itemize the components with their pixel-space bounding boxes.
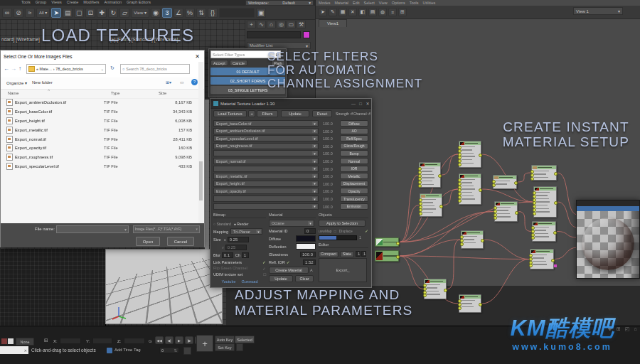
update-button[interactable]: Update [281,110,309,117]
cancel-button[interactable]: Cancel [167,237,194,246]
mtl-update-button[interactable]: Update [269,275,293,282]
slate-menu-material[interactable]: Material [335,1,349,5]
filter-accept-button[interactable]: Accept [210,60,228,66]
spinner-snap-icon[interactable]: ⇅ [196,8,206,18]
sme-show-background-icon[interactable]: ◍ [378,8,387,16]
export-name-field[interactable]: Export_ [319,258,367,282]
link-parameters-checkbox[interactable]: ✓ [262,259,266,264]
material-preview-window[interactable] [576,200,640,279]
texture-file-dropdown[interactable]: Export_specularLevel.tif▾ [213,135,319,141]
file-row[interactable]: Export_baseColor.tifTIF File34,343 KB [1,107,198,117]
select-and-move-icon[interactable]: ✚ [97,8,107,18]
render-setup-icon[interactable]: ▣ [256,8,266,18]
mapping-dropdown[interactable]: Tri-Planar▾ [230,228,262,235]
scrollbar-thumb[interactable] [199,161,203,200]
udim-checkbox[interactable]: □ [263,272,266,277]
slate-menu-utilities[interactable]: Utilities [423,1,436,5]
glossiness-field[interactable]: 100.0 [300,252,316,257]
input-socket[interactable] [492,183,496,187]
use-center-icon[interactable]: ◉ [151,8,161,18]
renderer-dropdown[interactable]: Octane▾ [269,220,314,227]
named-sets-icon[interactable]: {} [208,8,218,18]
go-to-start-icon[interactable]: ◀◀ [155,336,164,344]
maximize-icon[interactable]: □ [357,100,364,107]
output-socket[interactable] [481,239,484,242]
viewport-top-wireframe[interactable] [0,249,106,326]
standard-radio[interactable]: ○ Standard [213,222,231,226]
material-node-d3[interactable] [532,221,556,242]
material-node-b4[interactable] [459,294,481,313]
input-socket[interactable] [458,163,462,166]
slate-menu-view[interactable]: View [379,1,388,5]
sme-pick-material-icon[interactable]: ✎ [329,8,337,16]
size-v-field[interactable]: 0.25 [225,245,247,250]
previous-frame-icon[interactable]: ◀| [165,336,174,344]
reset-channel-icon[interactable]: ↺ [368,112,370,116]
texture-file-dropdown[interactable]: Export_normal.tif▾ [213,158,319,164]
displace-checkbox[interactable]: ✓ [365,228,368,233]
channel-button-refl-spec[interactable]: Refl/Spec [340,135,368,141]
auto-key-button[interactable]: Auto Key [215,336,235,343]
channel-button-diffuse[interactable]: Diffuse [340,120,368,127]
sme-layout-all-icon[interactable]: ≡ [388,8,397,16]
material-node-d1[interactable] [531,165,557,181]
utilities-tab-icon[interactable]: ⚒ [297,21,306,28]
output-socket[interactable] [396,242,400,245]
next-frame-icon[interactable]: |▶ [185,336,193,344]
menu-item-create[interactable]: Create [67,0,79,4]
menu-item-graph-editors[interactable]: Graph Editors [127,0,151,4]
slate-view-selector[interactable]: View 1 ▾ [573,7,623,15]
file-row[interactable]: Export_specularLevel.tifTIF File433 KB [1,162,198,171]
sme-hide-unused-slots-icon[interactable]: ▤ [368,8,377,16]
material-node-g2[interactable] [375,250,399,262]
create-tab-icon[interactable]: + [247,21,256,28]
input-socket[interactable] [418,184,422,188]
material-node-b2[interactable] [420,193,442,217]
ch-field[interactable]: 1 [242,252,249,258]
select-and-rotate-icon[interactable]: ↻ [108,8,118,18]
add-time-tag[interactable]: Add Time Tag [114,348,141,352]
texture-file-dropdown[interactable]: ▾ [213,196,319,202]
object-name-field[interactable] [247,31,301,38]
strength-value[interactable]: 100.0 [323,205,333,209]
add-key-button[interactable]: + [196,335,213,352]
bind-to-space-warp-icon[interactable]: ≈ [25,8,35,18]
named-set-field[interactable] [219,8,255,18]
key-filters-icon[interactable] [236,343,243,351]
preview-pane-icon[interactable]: ▭ [180,80,184,85]
menu-item-views[interactable]: Views [51,0,62,4]
texture-file-dropdown[interactable]: ▾ [213,166,319,172]
material-node-c1[interactable] [459,141,481,168]
size-u-field[interactable]: 0.25 [228,237,249,242]
channel-button-ior[interactable]: IOR [340,166,368,172]
z-coordinate-field[interactable] [124,338,145,344]
output-socket[interactable] [551,259,555,262]
filters-button[interactable]: Filters [257,110,278,117]
texture-file-dropdown[interactable]: Export_baseColor.tif▾ [213,120,319,127]
auto-toggle[interactable]: A [310,268,313,272]
reflection-color-swatch[interactable] [296,243,316,250]
material-node-g1[interactable] [375,237,399,247]
flip-green-checkbox[interactable]: ✓ [262,266,266,271]
select-by-name-icon[interactable]: ▤ [63,8,73,18]
viewport-label-left[interactable]: ndard] [Wireframe] [1,37,40,42]
uv-slider-track[interactable] [319,235,357,240]
input-socket[interactable] [458,199,462,203]
filter-cancel-button[interactable]: Cancle [230,60,247,66]
strength-value[interactable]: 100.0 [323,136,333,141]
current-frame-field[interactable]: 0⇅ [159,347,179,353]
listener-tab-icon[interactable] [8,338,14,344]
x-coordinate-field[interactable] [60,338,81,344]
y-coordinate-field[interactable] [92,338,112,344]
modify-tab-icon[interactable]: ∿ [257,21,266,28]
editor-spin-a[interactable]: 1 [356,251,361,257]
file-dialog-titlebar[interactable]: Select One Or More Images Files ✕ [1,50,204,62]
selection-filter-dropdown[interactable]: All ▾ [36,8,50,18]
input-socket[interactable] [419,212,422,215]
material-node-c5[interactable] [461,230,484,249]
close-icon[interactable]: ✕ [195,53,200,60]
search-input[interactable]: ○ Search 78_deco_bricks [120,64,190,74]
select-and-scale-icon[interactable]: ▱ [119,8,129,18]
strength-value[interactable]: 100.0 [323,182,333,186]
object-color-swatch[interactable] [303,31,310,38]
